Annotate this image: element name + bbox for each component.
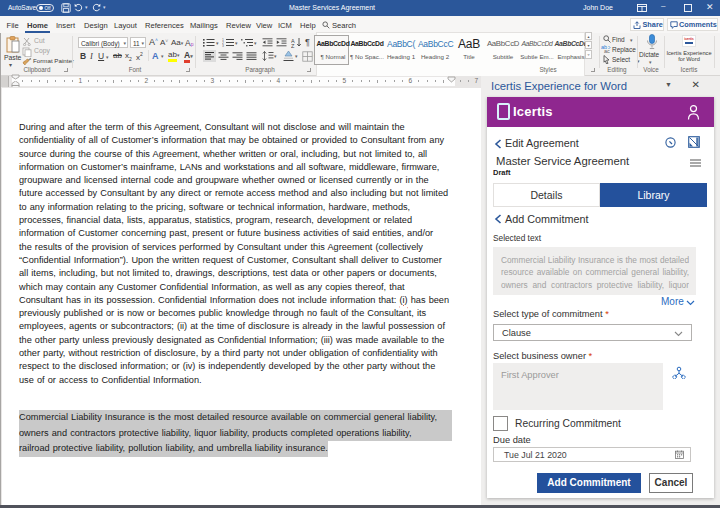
- svg-text:Z: Z: [291, 43, 295, 48]
- svg-text:3: 3: [222, 44, 224, 47]
